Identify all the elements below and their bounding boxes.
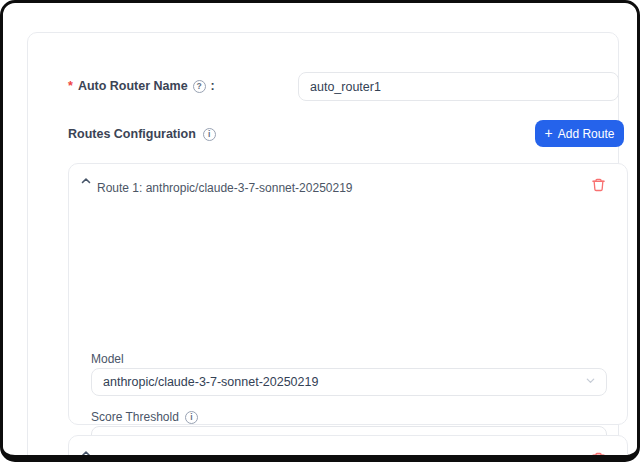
routes-configuration-label-text: Routes Configuration — [68, 127, 196, 141]
routes-configuration-label: Routes Configuration i — [68, 127, 217, 141]
route-2-header: Route 2: azure_ai/gpt-4o — [69, 436, 627, 462]
trash-icon — [591, 177, 606, 193]
question-circle-icon[interactable]: ? — [193, 80, 206, 93]
delete-route-2-button[interactable] — [591, 451, 606, 462]
info-circle-icon[interactable]: i — [185, 411, 198, 424]
route-1-header: Route 1: anthropic/claude-3-7-sonnet-202… — [69, 164, 627, 204]
route-1-title: Route 1: anthropic/claude-3-7-sonnet-202… — [97, 181, 353, 195]
model-label: Model — [91, 352, 124, 366]
label-colon: : — [211, 79, 215, 93]
delete-route-1-button[interactable] — [591, 177, 606, 193]
model-select[interactable]: anthropic/claude-3-7-sonnet-20250219 — [91, 368, 607, 396]
info-circle-icon[interactable]: i — [203, 128, 216, 141]
chevron-down-icon — [585, 375, 596, 389]
add-route-button-label: Add Route — [558, 127, 615, 141]
route-2-title: Route 2: azure_ai/gpt-4o — [97, 456, 229, 462]
auto-router-form-card: * Auto Router Name ? : Routes Configurat… — [27, 32, 619, 462]
app-window: * Auto Router Name ? : Routes Configurat… — [0, 0, 640, 462]
score-threshold-label: Score Threshold i — [91, 410, 199, 424]
auto-router-name-label: * Auto Router Name ? : — [68, 79, 215, 93]
route-panel-1: Route 1: anthropic/claude-3-7-sonnet-202… — [68, 163, 628, 425]
score-threshold-label-text: Score Threshold — [91, 410, 179, 424]
route-panel-2: Route 2: azure_ai/gpt-4o — [68, 435, 628, 462]
required-asterisk: * — [68, 79, 73, 93]
model-select-value: anthropic/claude-3-7-sonnet-20250219 — [103, 375, 318, 389]
auto-router-name-input[interactable] — [298, 72, 619, 101]
plus-icon: + — [545, 126, 553, 140]
trash-icon — [591, 451, 606, 462]
add-route-button[interactable]: + Add Route — [535, 120, 624, 147]
auto-router-name-label-text: Auto Router Name — [78, 79, 188, 93]
model-label-text: Model — [91, 352, 124, 366]
chevron-up-icon[interactable] — [80, 173, 92, 185]
chevron-up-icon[interactable] — [80, 446, 92, 458]
